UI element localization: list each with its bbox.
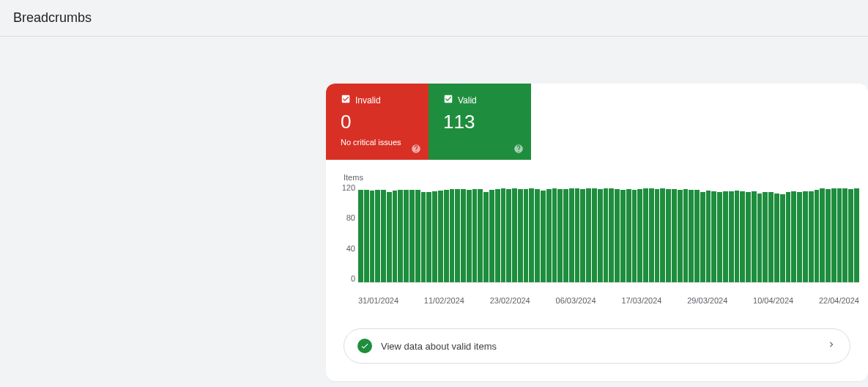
chart-bar bbox=[563, 189, 568, 282]
chart-bar bbox=[506, 189, 511, 282]
chart-bar bbox=[495, 189, 500, 282]
checkbox-checked-icon bbox=[341, 94, 351, 106]
chart-bar bbox=[831, 188, 837, 282]
invalid-count: 0 bbox=[341, 111, 414, 133]
chart-bar bbox=[837, 188, 842, 282]
y-tick: 0 bbox=[335, 274, 355, 283]
chart-bar bbox=[450, 189, 455, 282]
chart-bar bbox=[393, 191, 398, 282]
chart-bar bbox=[757, 194, 763, 283]
chart-bar bbox=[632, 190, 637, 282]
chevron-right-icon bbox=[826, 339, 837, 353]
chart-bar bbox=[478, 189, 483, 282]
chart-bar bbox=[848, 189, 853, 282]
chart-bar bbox=[786, 192, 791, 282]
y-tick: 120 bbox=[335, 183, 355, 192]
chart-bar bbox=[381, 190, 386, 282]
chart-bar bbox=[774, 194, 779, 283]
chart-bar bbox=[660, 188, 665, 282]
chart-bar bbox=[729, 191, 734, 282]
chart-bar bbox=[398, 190, 403, 282]
x-axis: 31/01/202411/02/202423/02/202406/03/2024… bbox=[335, 296, 859, 305]
help-icon[interactable] bbox=[411, 144, 421, 154]
chart-bar bbox=[763, 192, 768, 282]
chart-bar bbox=[683, 189, 689, 282]
chart-bar bbox=[580, 189, 585, 282]
chart-bar bbox=[826, 189, 831, 282]
chart-bar bbox=[706, 191, 711, 282]
page-header: Breadcrumbs bbox=[0, 0, 868, 37]
chart-bar bbox=[524, 189, 529, 282]
chart-bar bbox=[854, 188, 859, 282]
chart-bar bbox=[615, 189, 620, 282]
chart-bar bbox=[626, 189, 631, 282]
chart-bar bbox=[809, 191, 814, 282]
check-circle-icon bbox=[357, 339, 372, 353]
tab-invalid[interactable]: Invalid 0 No critical issues bbox=[326, 84, 429, 160]
x-tick: 29/03/2024 bbox=[687, 296, 727, 305]
chart-bar bbox=[426, 192, 431, 282]
chart-bar bbox=[815, 190, 820, 282]
y-tick: 80 bbox=[335, 213, 355, 222]
tab-invalid-label-row: Invalid bbox=[341, 94, 414, 106]
chart-bar bbox=[672, 189, 677, 282]
chart-bar bbox=[501, 188, 506, 282]
chart-ylabel: Items bbox=[344, 173, 859, 182]
link-text: View data about valid items bbox=[381, 341, 817, 352]
chart-bar bbox=[694, 190, 700, 282]
chart-bars bbox=[358, 183, 859, 283]
chart-bar bbox=[552, 188, 557, 282]
chart-bar bbox=[637, 189, 642, 282]
chart-bar bbox=[432, 191, 437, 282]
y-tick: 40 bbox=[335, 244, 355, 253]
chart-bar bbox=[746, 192, 751, 282]
view-valid-items-link[interactable]: View data about valid items bbox=[344, 328, 850, 364]
x-tick: 06/03/2024 bbox=[556, 296, 596, 305]
chart-bar bbox=[791, 191, 796, 282]
chart-bar bbox=[768, 192, 774, 282]
chart-bar bbox=[421, 192, 426, 282]
chart-bar bbox=[415, 190, 420, 282]
chart-bar bbox=[678, 190, 683, 282]
chart-bar bbox=[649, 188, 654, 282]
y-axis: 12080400 bbox=[335, 183, 358, 283]
chart-bar bbox=[700, 192, 705, 282]
chart-bar bbox=[529, 188, 534, 282]
help-icon[interactable] bbox=[513, 144, 524, 154]
chart-bar bbox=[541, 191, 546, 282]
chart-bar bbox=[735, 191, 740, 282]
chart-bar bbox=[461, 189, 466, 282]
chart-bar bbox=[820, 188, 825, 282]
status-tabs: Invalid 0 No critical issues Valid 113 bbox=[326, 84, 868, 160]
x-tick: 10/04/2024 bbox=[753, 296, 793, 305]
chart-bar bbox=[842, 188, 847, 282]
chart-bar bbox=[472, 189, 478, 282]
chart-bar bbox=[643, 188, 648, 282]
chart-bar bbox=[592, 188, 597, 282]
chart-bar bbox=[483, 192, 489, 282]
chart-bar bbox=[752, 191, 757, 282]
chart-bar bbox=[797, 192, 802, 282]
chart-bar bbox=[655, 189, 660, 282]
chart-bar bbox=[598, 189, 603, 282]
chart-bar bbox=[620, 190, 626, 282]
chart-plot: 12080400 bbox=[335, 183, 859, 293]
chart-bar bbox=[575, 188, 580, 282]
x-tick: 22/04/2024 bbox=[819, 296, 859, 305]
chart-bar bbox=[489, 190, 494, 282]
tab-invalid-label: Invalid bbox=[355, 95, 381, 106]
chart-bar bbox=[518, 189, 523, 282]
tab-valid[interactable]: Valid 113 bbox=[429, 84, 531, 160]
chart-bar bbox=[717, 192, 722, 282]
x-tick: 11/02/2024 bbox=[424, 296, 464, 305]
chart-bar bbox=[803, 191, 808, 282]
content-area: Invalid 0 No critical issues Valid 113 bbox=[0, 37, 868, 381]
chart-bar bbox=[467, 190, 472, 282]
page-title: Breadcrumbs bbox=[13, 10, 855, 26]
valid-count: 113 bbox=[443, 111, 516, 133]
chart-bar bbox=[604, 188, 609, 282]
chart-bar bbox=[586, 188, 591, 282]
chart-bar bbox=[711, 191, 716, 282]
chart-bar bbox=[569, 188, 574, 282]
chart-bar bbox=[364, 190, 369, 282]
